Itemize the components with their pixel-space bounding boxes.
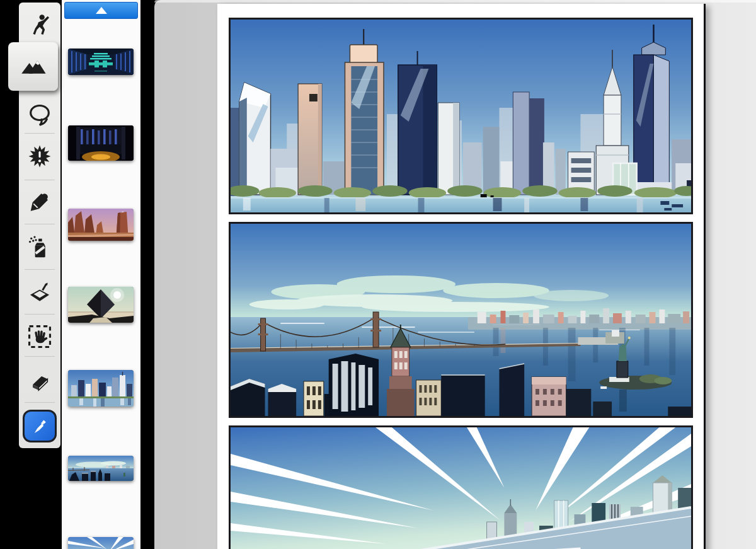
paint-bucket-icon: [26, 279, 53, 306]
grab-select-tool-button[interactable]: [19, 319, 60, 354]
scroll-up-button[interactable]: [64, 2, 138, 19]
sound-burst-tool-button[interactable]: [19, 139, 60, 174]
mountains-icon: [18, 50, 49, 83]
marker-pen-icon: [27, 189, 52, 214]
canvas-area: [154, 0, 756, 549]
divider: [25, 356, 55, 357]
divider: [25, 269, 55, 270]
person-icon: [27, 13, 52, 38]
divider: [25, 314, 55, 315]
eraser-icon: [27, 369, 52, 395]
canvas-top-highlight: [154, 0, 756, 3]
divider: [25, 180, 55, 180]
comic-panel-1[interactable]: [229, 18, 693, 214]
divider: [25, 133, 55, 134]
hand-selection-icon: [26, 323, 53, 350]
eyedropper-tool-button[interactable]: [19, 408, 60, 444]
comic-panel-2[interactable]: [229, 222, 693, 418]
thumbnail-desert-monolith[interactable]: [68, 287, 134, 323]
speech-balloon-tool-button[interactable]: [19, 97, 60, 132]
thumbnail-city-skyline[interactable]: [68, 370, 134, 407]
marker-tool-button[interactable]: [19, 184, 60, 219]
thumbnail-desert-canyon[interactable]: [68, 209, 134, 241]
burst-exclamation-icon: [26, 143, 53, 170]
actor-tool-button[interactable]: [19, 8, 60, 43]
background-library-panel: [62, 0, 140, 549]
eraser-tool-button[interactable]: [19, 364, 60, 400]
divider: [25, 224, 55, 224]
speech-bubble-icon: [27, 102, 52, 127]
comic-editor-window: [0, 0, 756, 549]
thumbnail-spaceship-corridor[interactable]: [68, 49, 134, 75]
spray-tool-button[interactable]: [19, 229, 60, 265]
comic-page: [217, 4, 706, 549]
spray-can-icon: [26, 234, 53, 260]
background-tool-button[interactable]: [8, 42, 58, 91]
thumbnail-harbor-panorama[interactable]: [68, 456, 134, 481]
divider: [25, 402, 55, 403]
thumbnail-city-speed-lines[interactable]: [68, 537, 134, 549]
eyedropper-icon: [30, 417, 49, 436]
comic-panel-3[interactable]: [229, 425, 693, 549]
eyedropper-active-highlight: [23, 410, 57, 442]
chevron-up-icon: [96, 4, 107, 16]
fill-tool-button[interactable]: [19, 275, 60, 310]
thumbnail-cathedral-interior[interactable]: [68, 125, 134, 161]
